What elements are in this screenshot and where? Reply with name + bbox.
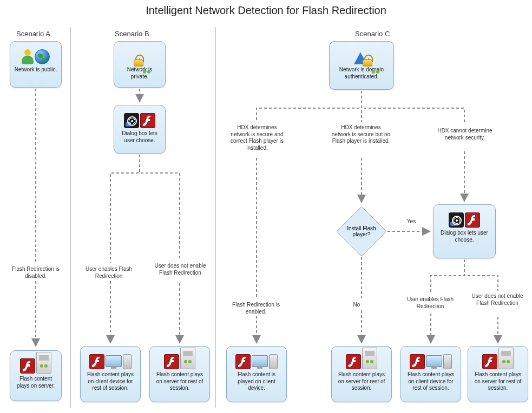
node-label: Flash content plays on server for rest o… [332,371,391,395]
edge-b-enable: User enables Flash Redirection [79,266,139,279]
node-label: Dialog box lets user choose. [114,130,165,147]
pda-icon [443,354,452,369]
node-c-server1: Flash content plays on server for rest o… [331,346,392,402]
decision-text: Install Flash player? [336,205,387,257]
node-label: Flash content plays on server for rest o… [468,371,528,395]
flash-icon [482,354,497,369]
connection-icon [124,113,139,128]
user-icon [22,49,34,64]
lock-icon [134,55,143,66]
divider-a-b [70,27,71,408]
flash-icon [164,354,179,369]
edge-c-path1: HDX determines network is secure and cor… [227,124,287,151]
node-a-start: Network is public. [10,41,62,88]
node-label: Network is public. [10,66,61,77]
edge-c-noenable: User does not enable Flash Redirection [468,293,527,307]
edge-c-path2: HDX determines network is secure but no … [331,124,391,145]
node-label: Flash content plays on server. [10,376,61,392]
edge-a-disabled: Flash Redirection is disabled. [10,266,62,279]
flash-icon [465,212,480,228]
node-c-decision: Install Flash player? [336,205,387,257]
flash-icon [89,354,104,369]
node-b-client: Flash content plays on client device for… [80,346,141,402]
divider-b-c [215,27,216,408]
node-b-dialog: Dialog box lets user choose. [114,105,166,154]
node-c-server2: Flash content plays on server for rest o… [468,346,528,402]
flash-icon [20,358,35,374]
node-label: Flash content plays on client device for… [81,371,140,395]
node-c-client2: Flash content plays on client device for… [400,346,461,402]
pda-icon [269,354,278,369]
node-c-start: Network is domain authenticated. [329,41,394,90]
connection-icon [449,212,464,228]
server-icon [498,348,514,369]
node-b-start: Network is private. [114,41,166,88]
edge-c-no: No [349,302,365,309]
scenario-c-label: Scenario C [355,30,390,38]
flash-icon [346,354,361,369]
edge-b-noenable: User does not enable Flash Redirection [150,263,210,276]
flash-icon [410,354,425,369]
flash-icon [140,113,155,128]
monitor-icon [426,355,442,369]
edge-c-path3: HDX cannot determine network security. [435,128,495,141]
node-c-dialog: Dialog box lets user choose. [433,204,496,258]
node-label: Flash content plays on client device for… [401,371,461,395]
flash-icon [235,354,251,369]
node-label: Network is private. [114,66,165,83]
scenario-a-label: Scenario A [16,30,50,38]
node-b-server: Flash content plays on server for rest o… [149,346,210,402]
scenario-b-label: Scenario B [115,30,149,38]
node-label: Flash content is played on client device… [227,371,286,395]
lock-icon [363,55,372,66]
monitor-icon [252,355,268,369]
monitor-icon [106,355,122,369]
pda-icon [123,354,132,369]
server-icon [362,348,377,369]
node-label: Network is domain authenticated. [330,66,393,83]
node-a-end: Flash content plays on server. [10,350,62,401]
globe-icon [35,49,50,64]
node-c-client: Flash content is played on client device… [226,346,287,402]
diagram-title: Intelligent Network Detection for Flash … [0,4,532,17]
node-label: Dialog box lets user choose. [434,230,495,247]
edge-c-yes: Yes [400,218,422,225]
edge-c-enable: User enables Flash Redirection [400,296,460,310]
server-icon [36,352,51,374]
server-icon [180,348,195,369]
edge-c-enabled: Flash Redirection is enabled. [226,302,286,315]
node-label: Flash content plays on server for rest o… [150,371,209,395]
